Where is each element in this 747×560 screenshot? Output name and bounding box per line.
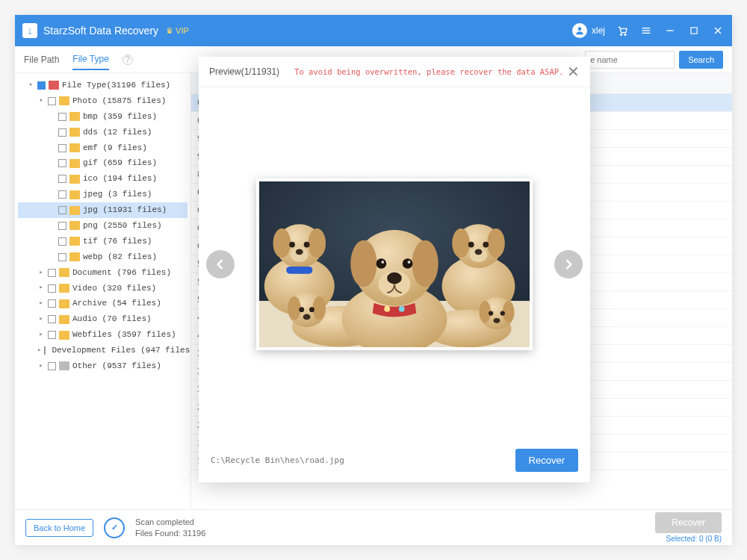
svg-point-41 xyxy=(500,311,505,315)
folder-icon xyxy=(59,268,69,277)
tab-file-path[interactable]: File Path xyxy=(24,50,59,69)
tree-item-label: Archive (54 files) xyxy=(72,296,161,311)
folder-icon xyxy=(69,206,80,215)
caret-down-icon[interactable]: ▾ xyxy=(27,79,34,92)
caret-right-icon[interactable]: ▸ xyxy=(37,360,45,373)
checkbox[interactable] xyxy=(58,206,66,214)
tree-item[interactable]: ▾File Type(31196 files) xyxy=(18,78,187,93)
checkbox[interactable] xyxy=(48,299,56,308)
svg-point-1 xyxy=(621,34,622,35)
checkbox[interactable] xyxy=(58,144,66,152)
tree-item[interactable]: dds (12 files) xyxy=(18,125,187,140)
checkbox[interactable] xyxy=(58,175,66,183)
caret-right-icon[interactable]: ▸ xyxy=(37,313,45,326)
checkbox[interactable] xyxy=(48,331,56,339)
menu-icon[interactable] xyxy=(639,24,653,37)
tree-item[interactable]: tif (76 files) xyxy=(18,234,187,249)
folder-icon xyxy=(59,284,69,293)
preview-prev-button[interactable] xyxy=(206,250,235,279)
caret-down-icon[interactable]: ▾ xyxy=(37,95,45,108)
caret-right-icon[interactable]: ▸ xyxy=(37,297,45,310)
svg-point-45 xyxy=(350,240,376,287)
tree-item[interactable]: ▸Audio (70 files) xyxy=(18,311,187,327)
svg-point-17 xyxy=(304,242,310,248)
tree-item[interactable]: png (2550 files) xyxy=(18,218,187,234)
svg-point-35 xyxy=(303,314,311,320)
tree-item[interactable]: ▸Archive (54 files) xyxy=(18,296,187,311)
tree-item[interactable]: ▸Development Files (947 files) xyxy=(18,343,187,358)
svg-point-47 xyxy=(376,258,387,269)
checkbox[interactable] xyxy=(58,190,66,199)
scan-status-line2: Files Found: 31196 xyxy=(135,528,205,538)
svg-point-14 xyxy=(273,228,291,258)
minimize-icon[interactable] xyxy=(663,24,677,37)
folder-icon xyxy=(59,96,69,105)
checkbox[interactable] xyxy=(48,284,56,293)
maximize-icon[interactable] xyxy=(687,24,701,37)
tree-item-label: bmp (359 files) xyxy=(83,109,157,125)
tree-item[interactable]: ico (194 files) xyxy=(18,171,187,187)
checkbox[interactable] xyxy=(48,362,56,370)
recover-button[interactable]: Recover xyxy=(655,512,722,533)
scan-complete-icon: ✓ xyxy=(104,517,125,538)
checkbox[interactable] xyxy=(48,97,56,105)
search-input[interactable] xyxy=(585,51,675,69)
svg-point-49 xyxy=(381,261,384,264)
caret-right-icon[interactable]: ▸ xyxy=(37,344,41,357)
checkbox[interactable] xyxy=(37,81,46,90)
checkbox[interactable] xyxy=(44,346,46,355)
tree-item[interactable]: emf (9 files) xyxy=(18,140,187,156)
tree-item-label: tif (76 files) xyxy=(83,234,152,249)
scan-status-line1: Scan completed xyxy=(135,517,205,527)
checkbox[interactable] xyxy=(58,222,66,230)
checkbox[interactable] xyxy=(48,269,56,277)
close-icon[interactable] xyxy=(711,24,725,37)
tree-item[interactable]: jpg (11931 files) xyxy=(18,202,187,218)
caret-right-icon[interactable]: ▸ xyxy=(37,329,45,341)
user-avatar-icon[interactable] xyxy=(572,23,587,38)
preview-close-icon[interactable]: ✕ xyxy=(567,64,580,79)
svg-point-54 xyxy=(399,306,405,312)
checkbox[interactable] xyxy=(58,237,66,246)
tree-item-label: Video (320 files) xyxy=(72,281,156,296)
help-icon[interactable]: ? xyxy=(123,55,133,65)
checkbox[interactable] xyxy=(58,113,66,121)
tree-item[interactable]: ▸Other (9537 files) xyxy=(18,358,187,374)
svg-point-0 xyxy=(578,27,582,31)
preview-filepath: C:\Recycle Bin\hes\road.jpg xyxy=(211,455,344,465)
preview-title: Preview(1/11931) xyxy=(209,66,279,77)
tree-item[interactable]: bmp (359 files) xyxy=(18,109,187,125)
back-to-home-button[interactable]: Back to Home xyxy=(25,519,93,537)
tree-item[interactable]: jpeg (3 files) xyxy=(18,187,187,202)
tree-item[interactable]: ▸Video (320 files) xyxy=(18,281,187,296)
preview-recover-button[interactable]: Recover xyxy=(515,449,578,472)
tree-item-label: webp (82 files) xyxy=(83,249,157,265)
tree-item[interactable]: ▸Document (796 files) xyxy=(18,265,187,281)
tree-item-label: png (2550 files) xyxy=(83,218,162,234)
svg-point-46 xyxy=(412,240,438,287)
checkbox[interactable] xyxy=(58,128,66,137)
caret-right-icon[interactable]: ▸ xyxy=(37,281,45,294)
tree-item[interactable]: gif (659 files) xyxy=(18,155,187,171)
tree-item[interactable]: ▾Photo (15875 files) xyxy=(18,93,187,109)
checkbox[interactable] xyxy=(58,253,66,261)
caret-right-icon[interactable]: ▸ xyxy=(37,267,45,279)
folder-icon xyxy=(49,81,59,90)
preview-next-button[interactable] xyxy=(554,250,583,279)
tree-item[interactable]: webp (82 files) xyxy=(18,249,187,265)
tree-item-label: Document (796 files) xyxy=(72,265,171,281)
preview-header: Preview(1/11931) To avoid being overwrit… xyxy=(199,57,590,87)
vip-badge: ♛ VIP xyxy=(166,26,189,36)
tree-item-label: Development Files (947 files) xyxy=(52,343,191,358)
tab-file-type[interactable]: File Type xyxy=(72,49,108,70)
search-button[interactable]: Search xyxy=(679,51,723,69)
tree-item-label: Audio (70 files) xyxy=(72,311,152,327)
title-bar: ↓ StarzSoft Data Recovery ♛ VIP xlej xyxy=(15,15,732,46)
checkbox[interactable] xyxy=(48,315,56,323)
tree-item[interactable]: ▸Webfiles (3597 files) xyxy=(18,327,187,343)
cart-icon[interactable] xyxy=(616,24,629,37)
checkbox[interactable] xyxy=(58,159,66,167)
svg-point-48 xyxy=(403,258,413,269)
folder-icon xyxy=(59,299,69,308)
folder-icon xyxy=(69,159,80,168)
